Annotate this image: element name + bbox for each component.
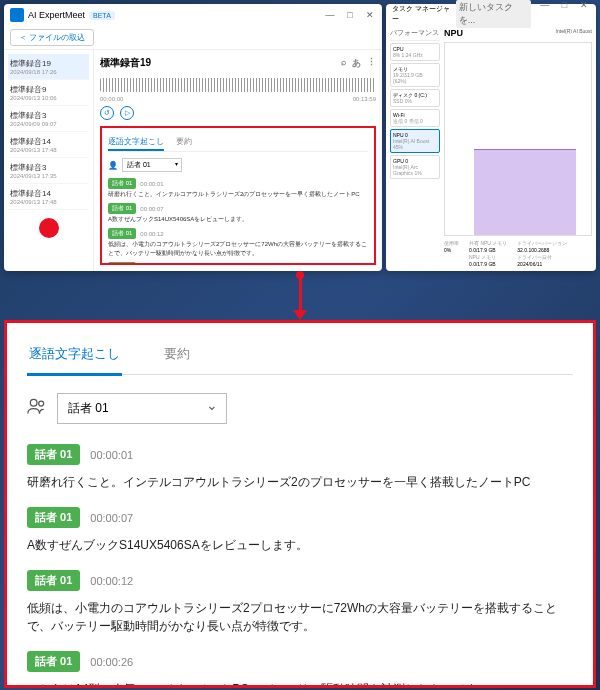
app-title: AI ExpertMeet [28,10,85,20]
close-button[interactable]: ✕ [364,10,376,20]
timestamp: 00:00:07 [140,206,163,212]
person-icon: 👤 [108,161,118,170]
more-icon[interactable]: ⋮ [367,57,376,70]
speaker-badge: 話者 01 [108,178,136,189]
tm-metrics-sidebar: パフォーマンス CPU8% 1.24 GHz メモリ19.2/31.9 GB (… [390,28,440,267]
app-body: 標準録音19 2024/09/18 17:26 標準録音9 2024/09/13… [4,50,382,271]
metric-npu[interactable]: NPU 0Intel(R) AI Boost 45% [390,129,440,153]
tm-titlebar: タスク マネージャー 新しいタスクを... — □ ✕ [386,4,596,24]
speaker-select[interactable]: 話者 01 [57,393,227,424]
main-content: 標準録音19 ⌕ あ ⋮ 00:00:00 00:13:59 ↺ ▷ [94,50,382,271]
sidebar-item[interactable]: 標準録音3 2024/09/09 09:07 [8,106,89,132]
transcript-zoom-panel: 逐語文字起こし 要約 話者 01 話者 0100:00:01 研磨れ行くこと。イ… [4,320,596,688]
transcript-entry[interactable]: 話者 0100:00:12 低頻は、小電力のコアウルトラシリーズ2プロセッサーに… [108,228,368,258]
recordings-sidebar: 標準録音19 2024/09/18 17:26 標準録音9 2024/09/13… [4,50,94,271]
metric-gpu[interactable]: GPU 0Intel(R) Arc Graphics 1% [390,155,440,179]
tab-transcript[interactable]: 逐語文字起こし [27,339,122,376]
window-controls: — □ ✕ [324,10,376,20]
metric-memory[interactable]: メモリ19.2/31.9 GB (62%) [390,63,440,87]
speaker-filter-row: 話者 01 [27,393,573,424]
callout-arrow [0,275,600,320]
tab-summary[interactable]: 要約 [176,134,192,151]
sidebar-item[interactable]: 標準録音3 2024/09/13 17:35 [8,158,89,184]
performance-label: パフォーマンス [390,28,440,41]
entry-text: 低頻は、小電力のコアウルトラシリーズ2プロセッサーに72Whの大容量バッテリーを… [27,599,573,635]
transcript-entry[interactable]: 話者 0100:00:26 こちらは14型の人気のモバイルノートPCのバッテリー… [27,651,573,688]
audio-waveform[interactable] [100,78,376,92]
speaker-badge: 話者 01 [27,651,80,672]
tm-title: タスク マネージャー [392,4,456,24]
transcript-entry[interactable]: 話者 0100:00:01 研磨れ行くこと。インテルコアウルトラシリーズ2のプロ… [27,444,573,491]
speaker-badge: 話者 01 [108,203,136,214]
app-toolbar: ＜ ファイルの取込 [4,26,382,50]
transcript-panel: 逐語文字起こし 要約 👤 話者 01 話者 0100:00:01 研磨れ行くこと… [100,126,376,265]
graph-fill [474,149,576,235]
maximize-button[interactable]: □ [344,10,356,20]
timestamp: 00:00:01 [140,181,163,187]
task-manager-window: タスク マネージャー 新しいタスクを... — □ ✕ パフォーマンス CPU8… [386,4,596,271]
sidebar-item[interactable]: 標準録音19 2024/09/18 17:26 [8,54,89,80]
tm-main: NPU Intel(R) AI Boost 使用率 0% 共有 NPU メモリ … [444,28,592,267]
transcript-tabs: 逐語文字起こし 要約 [108,134,368,152]
tab-transcript[interactable]: 逐語文字起こし [108,134,164,151]
tm-body: パフォーマンス CPU8% 1.24 GHz メモリ19.2/31.9 GB (… [386,24,596,271]
arrow-dot [296,271,304,279]
timestamp: 00:00:26 [140,265,163,266]
entry-text: こちらは14型の人気のモバイルノートPCのバッテリー駆動時間を計測したものです [27,680,573,688]
transcript-entry[interactable]: 話者 0100:00:07 A数すぜんブックS14UX5406SAをレビューしま… [108,203,368,224]
transcript-entry[interactable]: 話者 0100:00:07 A数すぜんブックS14UX5406SAをレビューしま… [27,507,573,554]
sidebar-item[interactable]: 標準録音14 2024/09/13 17:48 [8,184,89,210]
speaker-filter-row: 👤 話者 01 [108,158,368,172]
timeline: 00:00:00 00:13:59 [100,96,376,102]
speaker-badge: 話者 01 [27,444,80,465]
top-thumbnail-area: AI ExpertMeet BETA — □ ✕ ＜ ファイルの取込 標準録音1… [0,0,600,275]
app-titlebar: AI ExpertMeet BETA — □ ✕ [4,4,382,26]
timestamp: 00:00:07 [90,512,133,524]
arrow-line [299,275,302,310]
speaker-badge: 話者 01 [27,570,80,591]
svg-point-0 [30,399,37,406]
chip-name: Intel(R) AI Boost [556,28,592,38]
translate-icon[interactable]: あ [352,57,361,70]
transcript-entry[interactable]: 話者 0100:00:26 こちらは14型の人気のモバイルノートPCのバッテリー… [108,262,368,265]
search-icon[interactable]: ⌕ [341,57,346,70]
app-icon [10,8,24,22]
record-button[interactable] [39,218,59,238]
play-button[interactable]: ▷ [120,106,134,120]
transcript-entry[interactable]: 話者 0100:00:01 研磨れ行くこと。インテルコアウルトラシリーズ2のプロ… [108,178,368,199]
beta-badge: BETA [89,11,115,20]
restart-button[interactable]: ↺ [100,106,114,120]
tm-header: NPU Intel(R) AI Boost [444,28,592,38]
metric-disk[interactable]: ディスク 0 (C:)SSD 0% [390,89,440,107]
entry-text: 研磨れ行くこと。インテルコアウルトラシリーズ2のプロセッサーを一早く搭載したノー… [108,190,368,199]
sidebar-item[interactable]: 標準録音14 2024/09/13 17:48 [8,132,89,158]
timestamp: 00:00:12 [90,575,133,587]
minimize-button[interactable]: — [324,10,336,20]
playback-controls: ↺ ▷ [100,106,376,120]
entry-text: A数すぜんブックS14UX5406SAをレビューします。 [108,215,368,224]
zoom-tabs: 逐語文字起こし 要約 [27,339,573,375]
import-file-button[interactable]: ＜ ファイルの取込 [10,29,94,46]
transcript-entry[interactable]: 話者 0100:00:12 低頻は、小電力のコアウルトラシリーズ2プロセッサーに… [27,570,573,635]
entry-text: 研磨れ行くこと。インテルコアウルトラシリーズ2のプロセッサーを一早く搭載したノー… [27,473,573,491]
person-icon [27,397,47,420]
speaker-badge: 話者 01 [108,228,136,239]
content-title-row: 標準録音19 ⌕ あ ⋮ [100,56,376,70]
speaker-select[interactable]: 話者 01 [122,158,182,172]
entry-text: 低頻は、小電力のコアウルトラシリーズ2プロセッサーに72Whの大容量バッテリーを… [108,240,368,258]
recording-title: 標準録音19 [100,56,151,70]
timestamp: 00:00:26 [90,656,133,668]
svg-point-1 [39,401,44,406]
metric-cpu[interactable]: CPU8% 1.24 GHz [390,43,440,61]
tab-summary[interactable]: 要約 [162,339,192,374]
speaker-badge: 話者 01 [108,262,136,265]
metric-wifi[interactable]: Wi-Fi送信 0 受信 0 [390,109,440,127]
npu-stats: 使用率 0% 共有 NPU メモリ 0.0/17.9 GB NPU メモリ 0.… [444,240,592,267]
sidebar-item[interactable]: 標準録音9 2024/09/13 10:06 [8,80,89,106]
entry-text: A数すぜんブックS14UX5406SAをレビューします。 [27,536,573,554]
timestamp: 00:00:01 [90,449,133,461]
npu-graph [444,42,592,236]
speaker-badge: 話者 01 [27,507,80,528]
npu-title: NPU [444,28,463,38]
recording-app-window: AI ExpertMeet BETA — □ ✕ ＜ ファイルの取込 標準録音1… [4,4,382,271]
